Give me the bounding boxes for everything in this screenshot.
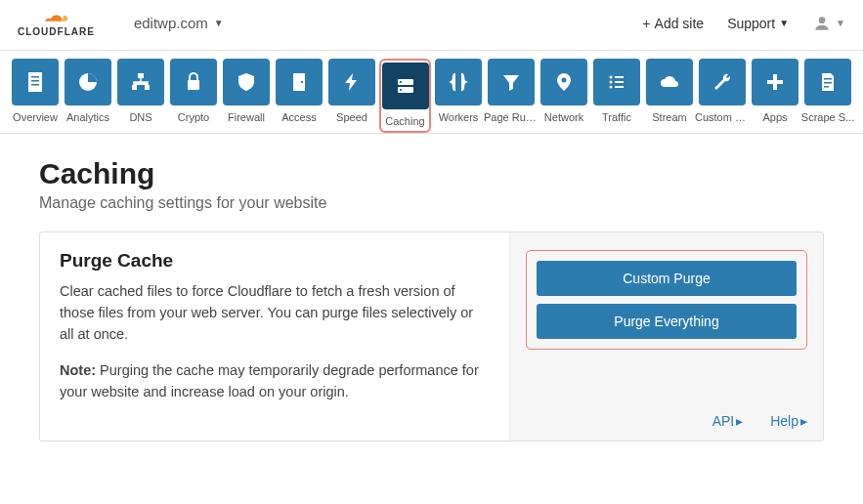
svg-rect-8 xyxy=(145,85,150,90)
svg-rect-20 xyxy=(615,81,624,83)
api-link[interactable]: API▸ xyxy=(712,413,744,429)
list-icon xyxy=(593,59,640,105)
wrench-icon xyxy=(699,59,746,105)
svg-point-19 xyxy=(610,81,613,84)
help-link[interactable]: Help▸ xyxy=(770,413,807,429)
lock-icon xyxy=(170,59,217,105)
content: Caching Manage caching settings for your… xyxy=(0,134,863,465)
chevron-right-icon: ▸ xyxy=(736,413,743,429)
svg-rect-1 xyxy=(29,73,41,91)
svg-point-11 xyxy=(301,81,303,83)
domain-name: editwp.com xyxy=(134,15,208,31)
door-icon xyxy=(276,59,323,105)
svg-point-17 xyxy=(610,76,613,79)
domain-selector[interactable]: editwp.com ▼ xyxy=(134,15,224,31)
custom-purge-button[interactable]: Custom Purge xyxy=(537,261,797,296)
header-right: + Add site Support ▼ ▼ xyxy=(642,14,845,33)
tab-crypto[interactable]: Crypto xyxy=(168,59,219,133)
chevron-down-icon: ▼ xyxy=(214,18,224,28)
svg-point-0 xyxy=(819,17,826,23)
page-title: Caching xyxy=(39,157,824,190)
add-site-label: Add site xyxy=(655,16,705,31)
pin-icon xyxy=(540,59,587,105)
pie-chart-icon xyxy=(65,59,111,105)
purge-box: Custom Purge Purge Everything xyxy=(526,250,807,350)
user-icon xyxy=(812,14,832,33)
support-label: Support xyxy=(727,16,775,31)
sitemap-icon xyxy=(117,59,164,105)
svg-rect-22 xyxy=(615,86,624,88)
svg-rect-26 xyxy=(824,82,832,84)
tab-caching[interactable]: Caching xyxy=(379,59,431,133)
card-description: Clear cached files to force Cloudflare t… xyxy=(60,281,490,345)
tab-custom-pages[interactable]: Custom P... xyxy=(697,59,748,133)
clipboard-icon xyxy=(12,59,59,105)
document-icon xyxy=(804,59,851,105)
cloud-icon xyxy=(646,59,693,105)
svg-rect-2 xyxy=(31,76,39,78)
card-footer: API▸ Help▸ xyxy=(526,388,807,429)
svg-point-15 xyxy=(400,89,402,91)
note-text: Purging the cache may temporarily degrad… xyxy=(60,362,479,399)
page-subtitle: Manage caching settings for your website xyxy=(39,194,824,212)
svg-rect-4 xyxy=(31,84,39,86)
note-label: Note: xyxy=(60,362,96,378)
cloudflare-logo[interactable]: CLOUDFLARE xyxy=(18,9,95,37)
tab-network[interactable]: Network xyxy=(539,59,589,133)
card-title: Purge Cache xyxy=(60,250,490,272)
tab-speed[interactable]: Speed xyxy=(326,59,377,133)
header: CLOUDFLARE editwp.com ▼ + Add site Suppo… xyxy=(0,0,863,51)
svg-rect-7 xyxy=(132,85,137,90)
tab-scrape-shield[interactable]: Scrape S... xyxy=(802,59,853,133)
nav-tabs: Overview Analytics DNS Crypto Firewall A… xyxy=(0,51,863,134)
tab-traffic[interactable]: Traffic xyxy=(591,59,642,133)
svg-point-21 xyxy=(610,86,613,89)
user-menu[interactable]: ▼ xyxy=(812,14,845,33)
chevron-right-icon: ▸ xyxy=(800,413,807,429)
tab-firewall[interactable]: Firewall xyxy=(221,59,272,133)
svg-point-14 xyxy=(400,81,402,83)
tab-overview[interactable]: Overview xyxy=(10,59,61,133)
svg-rect-25 xyxy=(824,78,832,80)
tab-dns[interactable]: DNS xyxy=(115,59,166,133)
tab-analytics[interactable]: Analytics xyxy=(63,59,113,133)
purge-cache-card: Purge Cache Clear cached files to force … xyxy=(39,231,824,441)
card-actions: Custom Purge Purge Everything API▸ Help▸ xyxy=(510,232,823,441)
plus-icon xyxy=(752,59,798,105)
svg-rect-9 xyxy=(188,80,199,90)
support-menu[interactable]: Support ▼ xyxy=(727,16,789,31)
svg-rect-27 xyxy=(824,86,829,88)
tab-apps[interactable]: Apps xyxy=(750,59,800,133)
add-site-button[interactable]: + Add site xyxy=(642,16,704,31)
card-note: Note: Purging the cache may temporarily … xyxy=(60,360,490,403)
tab-access[interactable]: Access xyxy=(274,59,324,133)
bolt-icon xyxy=(328,59,375,105)
svg-rect-3 xyxy=(31,80,39,82)
svg-rect-10 xyxy=(293,73,305,91)
svg-rect-24 xyxy=(767,80,783,84)
logo-text: CLOUDFLARE xyxy=(18,26,95,37)
svg-point-16 xyxy=(562,78,567,83)
card-body: Purge Cache Clear cached files to force … xyxy=(40,232,510,441)
tab-workers[interactable]: Workers xyxy=(433,59,484,133)
funnel-icon xyxy=(488,59,535,105)
shield-icon xyxy=(223,59,270,105)
drive-icon xyxy=(382,63,429,109)
tab-page-rules[interactable]: Page Rules xyxy=(486,59,537,133)
purge-everything-button[interactable]: Purge Everything xyxy=(537,304,797,339)
chevron-down-icon: ▼ xyxy=(836,18,845,28)
svg-rect-18 xyxy=(615,76,624,78)
plus-icon: + xyxy=(642,16,650,31)
braces-icon xyxy=(435,59,482,105)
svg-rect-6 xyxy=(138,73,144,78)
chevron-down-icon: ▼ xyxy=(779,18,789,28)
cloud-icon xyxy=(36,9,75,26)
tab-stream[interactable]: Stream xyxy=(644,59,695,133)
